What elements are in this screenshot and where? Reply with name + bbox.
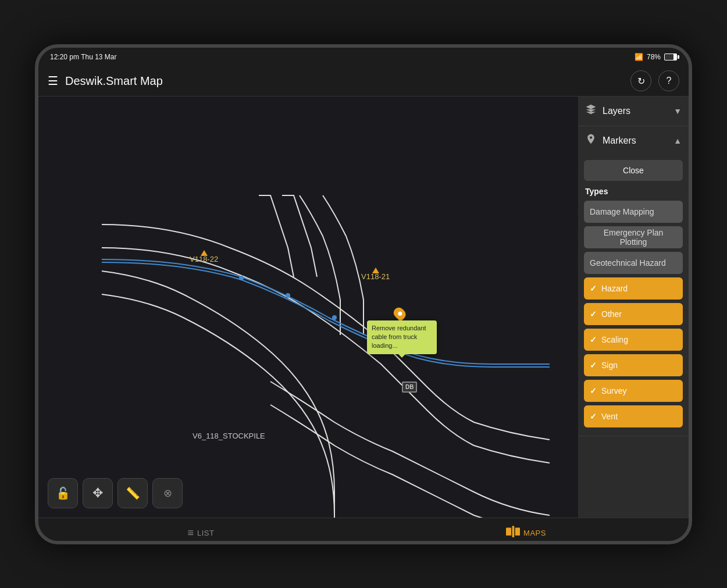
right-panel: Layers ▼ Markers ▲ [578,97,689,518]
cursor-button[interactable]: ⊗ [152,478,183,508]
type-btn-emergency[interactable]: Emergency Plan Plotting [584,226,683,248]
lock-icon: 🔓 [56,486,70,500]
ruler-button[interactable]: 📏 [117,478,148,508]
svg-rect-3 [506,528,511,536]
layers-header[interactable]: Layers ▼ [578,97,689,126]
map-label-stockpile: V6_118_STOCKPILE [193,432,265,440]
db-marker: DB [402,382,417,393]
battery-pct: 78% [647,53,661,61]
battery-icon [664,54,677,60]
ruler-icon: 📏 [126,486,140,500]
type-btn-hazard[interactable]: ✓ Hazard [584,277,683,300]
header-left: ☰ Deswik.Smart Map [48,74,163,88]
type-btn-other[interactable]: ✓ Other [584,303,683,325]
type-btn-scaling[interactable]: ✓ Scaling [584,329,683,351]
lock-button[interactable]: 🔓 [48,478,78,508]
header-right: ↻ ? [630,70,679,91]
markers-icon [585,133,597,148]
type-btn-geotechnical[interactable]: Geotechnical Hazard [584,252,683,274]
app-title: Deswik.Smart Map [65,74,163,88]
svg-rect-5 [515,528,520,536]
map-tooltip: Remove redundant cable from truck loadin… [367,320,437,354]
type-btn-vent[interactable]: ✓ Vent [584,405,683,427]
type-btn-damage[interactable]: Damage Mapping [584,201,683,223]
svg-rect-4 [512,526,515,537]
svg-point-1 [286,293,290,298]
layers-chevron: ▼ [673,106,682,116]
status-right: 📶 78% [635,53,677,61]
app-header: ☰ Deswik.Smart Map ↻ ? [38,66,689,97]
help-button[interactable]: ? [658,70,679,91]
check-vent: ✓ [590,412,597,421]
wifi-icon: 📶 [635,53,643,61]
move-button[interactable]: ✥ [83,478,113,508]
types-heading: Types [584,187,683,196]
svg-point-0 [239,276,244,280]
markers-chevron: ▲ [673,136,682,145]
maps-icon [506,526,520,540]
map-label-v118-21: V118-21 [361,272,390,281]
refresh-button[interactable]: ↻ [630,70,651,91]
layers-section: Layers ▼ [578,97,689,126]
bottom-nav: ≡ LIST MAPS [38,518,689,544]
type-btn-survey[interactable]: ✓ Survey [584,380,683,402]
markers-label: Markers [603,136,636,146]
cursor-off-icon: ⊗ [163,487,172,500]
check-sign: ✓ [590,361,597,370]
map-area[interactable]: V118-22 V118-21 Remove redundant cable f… [38,97,578,518]
nav-list-label: LIST [197,529,214,537]
layers-label: Layers [603,106,630,116]
type-btn-sign[interactable]: ✓ Sign [584,354,683,376]
markers-section: Markers ▲ Close Types Damage Mapping Eme… [578,126,689,436]
map-svg [38,97,578,518]
menu-icon[interactable]: ☰ [48,74,58,88]
layers-icon [585,104,597,118]
move-icon: ✥ [92,486,103,501]
svg-point-2 [332,315,337,320]
status-bar: 12:20 pm Thu 13 Mar 📶 78% [38,48,689,66]
nav-maps[interactable]: MAPS [364,518,689,544]
nav-list[interactable]: ≡ LIST [38,518,364,544]
check-survey: ✓ [590,386,597,395]
markers-content: Close Types Damage Mapping Emergency Pla… [578,155,689,436]
check-scaling: ✓ [590,335,597,344]
list-icon: ≡ [188,527,194,539]
map-label-v118-22: V118-22 [190,255,218,263]
check-other: ✓ [590,309,597,319]
map-marker-v118-21[interactable] [396,309,407,322]
check-hazard: ✓ [590,284,597,293]
status-time: 12:20 pm Thu 13 Mar [50,53,117,61]
close-button[interactable]: Close [584,160,683,181]
main-content: V118-22 V118-21 Remove redundant cable f… [38,97,689,518]
map-toolbar: 🔓 ✥ 📏 ⊗ [48,478,183,508]
markers-header[interactable]: Markers ▲ [578,126,689,155]
nav-maps-label: MAPS [523,529,546,537]
